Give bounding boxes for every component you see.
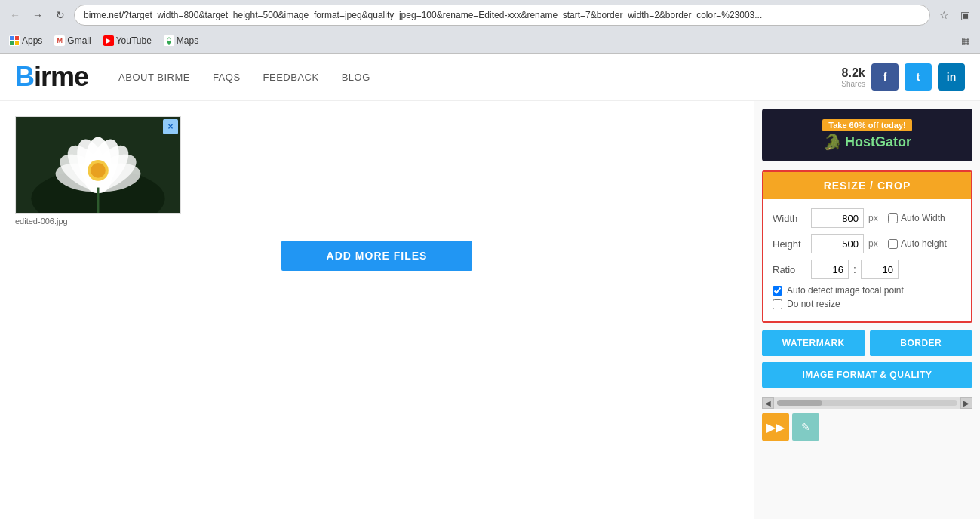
height-input[interactable] — [811, 234, 864, 253]
scroll-right-button[interactable]: ▶ — [960, 397, 972, 409]
auto-width-label[interactable]: Auto Width — [888, 213, 945, 223]
share-label: Shares — [841, 80, 865, 88]
browser-toolbar: ← → ↻ ☆ ▣ — [0, 0, 980, 30]
svg-rect-0 — [10, 36, 14, 40]
scrollbar-area: ◀ ▶ — [762, 397, 972, 409]
gmail-label: Gmail — [67, 35, 91, 46]
width-unit: px — [868, 213, 883, 223]
action-icon-arrow[interactable]: ▶▶ — [762, 413, 789, 441]
header-right: 8.2k Shares f t in — [841, 63, 965, 91]
site-header: Birme ABOUT BIRME FAQS FEEDBACK BLOG 8.2… — [0, 54, 980, 101]
facebook-share-button[interactable]: f — [871, 63, 899, 91]
ad-content: Take 60% off today! 🐊 HostGator — [822, 119, 912, 151]
nav-blog[interactable]: BLOG — [342, 72, 370, 83]
svg-rect-3 — [15, 41, 19, 45]
ratio-y-input[interactable] — [861, 260, 899, 279]
action-icon-edit[interactable]: ✎ — [792, 413, 819, 441]
apps-label: Apps — [22, 35, 42, 46]
share-count: 8.2k Shares — [841, 66, 865, 88]
image-thumbnail — [15, 116, 181, 214]
ratio-label: Ratio — [773, 264, 806, 275]
svg-point-4 — [167, 38, 171, 41]
ratio-x-input[interactable] — [811, 260, 849, 279]
nav-faqs[interactable]: FAQS — [213, 72, 241, 83]
scrollbar-thumb[interactable] — [777, 400, 822, 406]
nav-about[interactable]: ABOUT BIRME — [118, 72, 190, 83]
svg-point-17 — [91, 163, 106, 178]
youtube-favicon: ▶ — [103, 35, 114, 46]
resize-crop-body: Width px Auto Width Height px — [763, 199, 971, 321]
resize-crop-section: RESIZE / CROP Width px Auto Width — [762, 170, 972, 323]
add-files-area: ADD MORE FILES — [15, 241, 739, 271]
star-button[interactable]: ☆ — [935, 6, 953, 24]
bookmark-gmail[interactable]: M Gmail — [51, 34, 94, 48]
image-remove-button[interactable]: × — [163, 119, 178, 134]
address-bar[interactable] — [74, 5, 930, 26]
extension-puzzle-icon[interactable]: ▦ — [956, 32, 974, 50]
share-number: 8.2k — [841, 66, 865, 80]
extensions-area: ▦ — [956, 32, 974, 50]
pencil-icon: ✎ — [801, 421, 810, 433]
extensions-button[interactable]: ▣ — [956, 6, 974, 24]
scrollbar-track — [777, 400, 957, 406]
ad-banner[interactable]: Take 60% off today! 🐊 HostGator — [762, 109, 972, 161]
main-container: × edited-006.jpg ADD MORE FILES Take 60%… — [0, 101, 980, 519]
site-nav: ABOUT BIRME FAQS FEEDBACK BLOG — [118, 72, 370, 83]
content-area: × edited-006.jpg ADD MORE FILES — [0, 101, 754, 519]
auto-detect-row: Auto detect image focal point — [773, 285, 962, 296]
arrow-right-icon: ▶▶ — [766, 420, 785, 435]
ad-tag: Take 60% off today! — [822, 119, 912, 131]
auto-detect-checkbox[interactable] — [773, 286, 782, 296]
auto-width-checkbox[interactable] — [888, 213, 898, 223]
maps-label: Maps — [177, 35, 198, 46]
youtube-label: YouTube — [116, 35, 152, 46]
height-unit: px — [868, 238, 883, 249]
right-panel: Take 60% off today! 🐊 HostGator RESIZE /… — [754, 101, 980, 519]
resize-crop-header[interactable]: RESIZE / CROP — [763, 172, 971, 199]
twitter-share-button[interactable]: t — [905, 63, 932, 91]
add-more-files-button[interactable]: ADD MORE FILES — [281, 241, 473, 271]
bookmark-apps[interactable]: Apps — [6, 34, 45, 48]
svg-rect-1 — [15, 36, 19, 40]
apps-favicon — [9, 35, 20, 46]
ratio-row: Ratio : — [773, 260, 962, 279]
auto-height-checkbox[interactable] — [888, 239, 898, 249]
watermark-button[interactable]: WATERMARK — [762, 330, 865, 356]
ratio-separator: : — [853, 263, 856, 275]
browser-chrome: ← → ↻ ☆ ▣ Apps M Gmail ▶ YouTube Maps — [0, 0, 980, 54]
browser-actions: ☆ ▣ — [935, 6, 974, 24]
height-label: Height — [773, 238, 806, 250]
maps-favicon — [164, 35, 174, 46]
ad-logo: 🐊 HostGator — [823, 133, 911, 151]
forward-button[interactable]: → — [29, 6, 47, 24]
no-resize-checkbox[interactable] — [773, 299, 782, 309]
bookmark-youtube[interactable]: ▶ YouTube — [100, 34, 155, 48]
svg-rect-2 — [10, 41, 14, 45]
nav-feedback[interactable]: FEEDBACK — [263, 72, 319, 83]
bottom-action-area: ▶▶ ✎ — [762, 413, 972, 441]
height-row: Height px Auto height — [773, 234, 962, 253]
no-resize-row: Do not resize — [773, 299, 962, 309]
image-filename: edited-006.jpg — [15, 217, 181, 226]
tool-buttons: WATERMARK BORDER — [762, 330, 972, 356]
width-label: Width — [773, 213, 806, 224]
browser-bookmarks: Apps M Gmail ▶ YouTube Maps ▦ — [0, 30, 980, 53]
auto-detect-label[interactable]: Auto detect image focal point — [787, 285, 904, 296]
width-row: Width px Auto Width — [773, 208, 962, 228]
image-card: × edited-006.jpg — [15, 116, 181, 226]
border-button[interactable]: BORDER — [870, 330, 973, 356]
site-logo: Birme — [15, 61, 88, 93]
image-format-quality-button[interactable]: IMAGE FORMAT & QUALITY — [762, 362, 972, 388]
hostgator-icon: 🐊 — [823, 133, 842, 151]
scroll-left-button[interactable]: ◀ — [762, 397, 774, 409]
back-button[interactable]: ← — [6, 6, 24, 24]
gmail-favicon: M — [54, 35, 65, 46]
no-resize-label[interactable]: Do not resize — [787, 299, 840, 309]
width-input[interactable] — [811, 208, 864, 228]
image-grid: × edited-006.jpg — [15, 116, 739, 226]
page: Birme ABOUT BIRME FAQS FEEDBACK BLOG 8.2… — [0, 54, 980, 519]
auto-height-label[interactable]: Auto height — [888, 238, 947, 249]
bookmark-maps[interactable]: Maps — [161, 34, 201, 48]
linkedin-share-button[interactable]: in — [938, 63, 965, 91]
reload-button[interactable]: ↻ — [51, 6, 69, 24]
